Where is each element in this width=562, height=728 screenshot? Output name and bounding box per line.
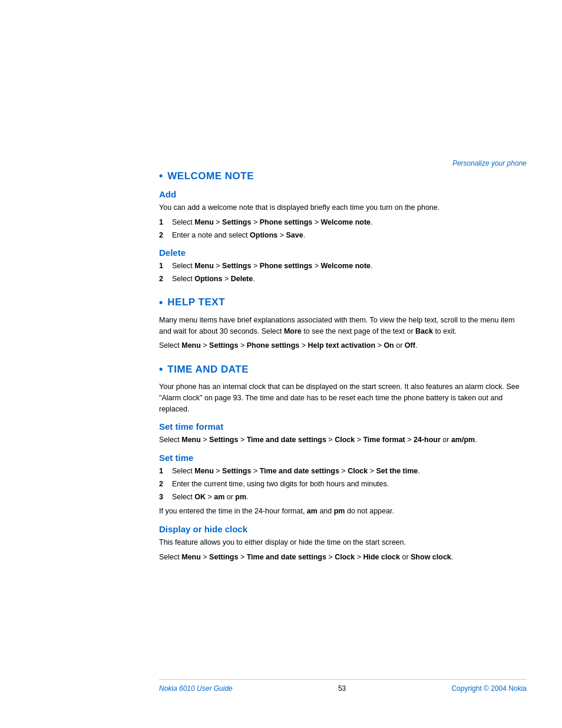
delete-steps: 1 Select Menu > Settings > Phone setting… [159,261,527,285]
add-body-text: You can add a welcome note that is displ… [159,202,527,213]
time-and-date-body: Your phone has an internal clock that ca… [159,381,527,414]
step-num: 1 [159,217,172,228]
display-hide-clock-body: This feature allows you to either displa… [159,537,527,548]
help-text-select: Select Menu > Settings > Phone settings … [159,340,527,351]
step-content: Select Menu > Settings > Phone settings … [172,217,527,228]
add-steps: 1 Select Menu > Settings > Phone setting… [159,217,527,241]
step-num: 3 [159,492,172,503]
set-time-steps: 1 Select Menu > Settings > Time and date… [159,466,527,502]
page-footer: Nokia 6010 User Guide 53 Copyright © 200… [159,679,527,693]
section-title-welcome-note: WELCOME NOTE [167,170,254,182]
footer-page-number: 53 [338,684,346,693]
step-content: Enter the current time, using two digits… [172,479,527,490]
step-content: Select Options > Delete. [172,274,527,285]
subsection-title-set-time: Set time [159,453,527,463]
footer-left: Nokia 6010 User Guide [159,684,233,693]
set-time-note: If you entered the time in the 24-hour f… [159,506,527,517]
section-welcome-note: • WELCOME NOTE [159,170,527,182]
step-num: 1 [159,466,172,477]
list-item: 2 Enter the current time, using two digi… [159,479,527,490]
section-title-time-and-date: TIME AND DATE [167,364,249,375]
set-time-format-body: Select Menu > Settings > Time and date s… [159,434,527,446]
bullet-welcome-note: • [159,170,163,182]
list-item: 2 Select Options > Delete. [159,274,527,285]
subsection-title-add: Add [159,189,527,199]
subsection-title-set-time-format: Set time format [159,421,527,431]
step-content: Enter a note and select Options > Save. [172,230,527,241]
step-num: 2 [159,230,172,241]
step-num: 1 [159,261,172,272]
list-item: 2 Enter a note and select Options > Save… [159,230,527,241]
footer-right: Copyright © 2004 Nokia [451,684,527,693]
subsection-title-delete: Delete [159,248,527,258]
step-content: Select Menu > Settings > Phone settings … [172,261,527,272]
content-area: • WELCOME NOTE Add You can add a welcome… [159,159,527,651]
step-content: Select Menu > Settings > Time and date s… [172,466,527,477]
section-time-and-date: • TIME AND DATE [159,363,527,375]
help-text-body: Many menu items have brief explanations … [159,315,527,337]
page: Personalize your phone • WELCOME NOTE Ad… [0,0,562,728]
step-num: 2 [159,479,172,490]
list-item: 1 Select Menu > Settings > Time and date… [159,466,527,477]
list-item: 1 Select Menu > Settings > Phone setting… [159,217,527,228]
step-num: 2 [159,274,172,285]
list-item: 1 Select Menu > Settings > Phone setting… [159,261,527,272]
section-title-help-text: HELP TEXT [167,297,225,308]
display-hide-clock-select: Select Menu > Settings > Time and date s… [159,552,527,563]
bullet-help-text: • [159,297,163,309]
subsection-title-display-hide-clock: Display or hide clock [159,524,527,534]
list-item: 3 Select OK > am or pm. [159,492,527,503]
step-content: Select OK > am or pm. [172,492,527,503]
bullet-time-and-date: • [159,363,163,375]
section-help-text: • HELP TEXT [159,297,527,309]
